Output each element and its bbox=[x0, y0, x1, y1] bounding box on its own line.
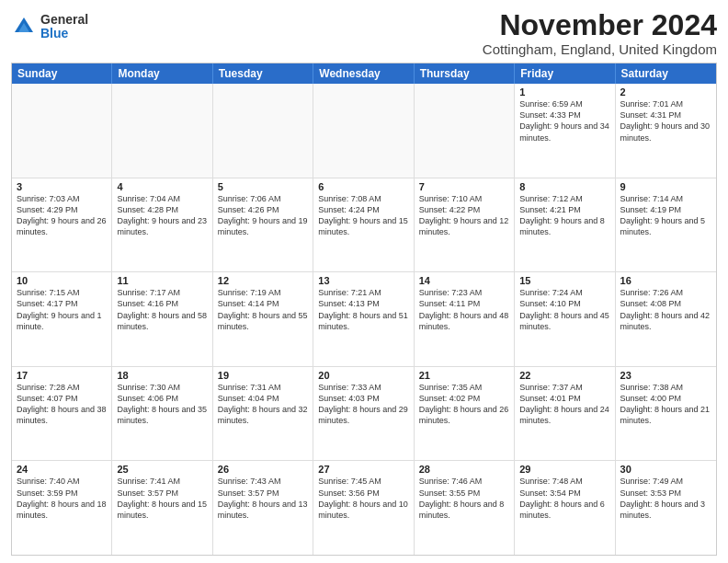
day-number: 7 bbox=[419, 181, 509, 192]
day-info: Sunrise: 7:38 AM Sunset: 4:00 PM Dayligh… bbox=[620, 382, 711, 427]
day-number: 6 bbox=[318, 181, 408, 192]
cal-cell-30: 30Sunrise: 7:49 AM Sunset: 3:53 PM Dayli… bbox=[616, 461, 716, 555]
day-number: 24 bbox=[17, 464, 107, 475]
day-info: Sunrise: 7:15 AM Sunset: 4:17 PM Dayligh… bbox=[17, 287, 107, 332]
day-info: Sunrise: 7:46 AM Sunset: 3:55 PM Dayligh… bbox=[419, 476, 509, 521]
day-info: Sunrise: 7:21 AM Sunset: 4:13 PM Dayligh… bbox=[318, 287, 408, 332]
day-info: Sunrise: 7:41 AM Sunset: 3:57 PM Dayligh… bbox=[117, 476, 207, 521]
day-number: 20 bbox=[318, 370, 408, 381]
day-info: Sunrise: 6:59 AM Sunset: 4:33 PM Dayligh… bbox=[519, 98, 609, 144]
day-info: Sunrise: 7:17 AM Sunset: 4:16 PM Dayligh… bbox=[117, 287, 207, 332]
calendar-body: 1Sunrise: 6:59 AM Sunset: 4:33 PM Daylig… bbox=[12, 84, 716, 555]
cal-cell-29: 29Sunrise: 7:48 AM Sunset: 3:54 PM Dayli… bbox=[515, 461, 615, 555]
day-header-sunday: Sunday bbox=[12, 63, 112, 84]
day-info: Sunrise: 7:23 AM Sunset: 4:11 PM Dayligh… bbox=[419, 287, 509, 332]
month-title: November 2024 bbox=[483, 9, 717, 41]
day-info: Sunrise: 7:01 AM Sunset: 4:31 PM Dayligh… bbox=[620, 98, 711, 144]
cal-cell-16: 16Sunrise: 7:26 AM Sunset: 4:08 PM Dayli… bbox=[616, 272, 716, 366]
day-number: 25 bbox=[117, 464, 207, 475]
day-info: Sunrise: 7:28 AM Sunset: 4:07 PM Dayligh… bbox=[17, 382, 107, 427]
day-info: Sunrise: 7:40 AM Sunset: 3:59 PM Dayligh… bbox=[17, 476, 107, 521]
calendar-row-1: 3Sunrise: 7:03 AM Sunset: 4:29 PM Daylig… bbox=[12, 178, 716, 273]
day-info: Sunrise: 7:19 AM Sunset: 4:14 PM Dayligh… bbox=[218, 287, 308, 332]
day-number: 4 bbox=[117, 181, 207, 192]
cal-cell-22: 22Sunrise: 7:37 AM Sunset: 4:01 PM Dayli… bbox=[515, 367, 615, 461]
day-number: 29 bbox=[519, 464, 609, 475]
day-info: Sunrise: 7:14 AM Sunset: 4:19 PM Dayligh… bbox=[620, 193, 711, 238]
cal-cell-18: 18Sunrise: 7:30 AM Sunset: 4:06 PM Dayli… bbox=[112, 367, 212, 461]
day-number: 27 bbox=[318, 464, 408, 475]
cal-cell-17: 17Sunrise: 7:28 AM Sunset: 4:07 PM Dayli… bbox=[12, 367, 112, 461]
header: General Blue November 2024 Cottingham, E… bbox=[11, 9, 717, 57]
cal-cell-19: 19Sunrise: 7:31 AM Sunset: 4:04 PM Dayli… bbox=[213, 367, 313, 461]
day-number: 23 bbox=[620, 370, 711, 381]
calendar-row-0: 1Sunrise: 6:59 AM Sunset: 4:33 PM Daylig… bbox=[12, 84, 716, 178]
day-number: 8 bbox=[519, 181, 609, 192]
cal-cell-21: 21Sunrise: 7:35 AM Sunset: 4:02 PM Dayli… bbox=[415, 367, 515, 461]
cal-cell-empty-0-3 bbox=[313, 84, 414, 178]
calendar-row-3: 17Sunrise: 7:28 AM Sunset: 4:07 PM Dayli… bbox=[12, 367, 716, 462]
day-number: 19 bbox=[218, 370, 308, 381]
cal-cell-28: 28Sunrise: 7:46 AM Sunset: 3:55 PM Dayli… bbox=[415, 461, 515, 555]
logo-general-text: General bbox=[40, 13, 88, 27]
cal-cell-5: 5Sunrise: 7:06 AM Sunset: 4:26 PM Daylig… bbox=[213, 178, 313, 272]
cal-cell-12: 12Sunrise: 7:19 AM Sunset: 4:14 PM Dayli… bbox=[213, 272, 313, 366]
day-header-friday: Friday bbox=[515, 63, 615, 84]
cal-cell-20: 20Sunrise: 7:33 AM Sunset: 4:03 PM Dayli… bbox=[313, 367, 414, 461]
cal-cell-26: 26Sunrise: 7:43 AM Sunset: 3:57 PM Dayli… bbox=[213, 461, 313, 555]
cal-cell-1: 1Sunrise: 6:59 AM Sunset: 4:33 PM Daylig… bbox=[515, 84, 615, 178]
day-info: Sunrise: 7:12 AM Sunset: 4:21 PM Dayligh… bbox=[519, 193, 609, 238]
cal-cell-empty-0-0 bbox=[12, 84, 112, 178]
cal-cell-23: 23Sunrise: 7:38 AM Sunset: 4:00 PM Dayli… bbox=[616, 367, 716, 461]
page: General Blue November 2024 Cottingham, E… bbox=[0, 0, 728, 563]
cal-cell-2: 2Sunrise: 7:01 AM Sunset: 4:31 PM Daylig… bbox=[616, 84, 716, 178]
day-number: 26 bbox=[218, 464, 308, 475]
day-number: 15 bbox=[519, 275, 609, 286]
day-header-saturday: Saturday bbox=[616, 63, 716, 84]
day-number: 28 bbox=[419, 464, 509, 475]
day-header-tuesday: Tuesday bbox=[213, 63, 313, 84]
day-info: Sunrise: 7:24 AM Sunset: 4:10 PM Dayligh… bbox=[519, 287, 609, 332]
day-number: 22 bbox=[519, 370, 609, 381]
day-number: 16 bbox=[620, 275, 711, 286]
cal-cell-11: 11Sunrise: 7:17 AM Sunset: 4:16 PM Dayli… bbox=[112, 272, 212, 366]
day-info: Sunrise: 7:10 AM Sunset: 4:22 PM Dayligh… bbox=[419, 193, 509, 238]
day-header-wednesday: Wednesday bbox=[313, 63, 414, 84]
day-info: Sunrise: 7:31 AM Sunset: 4:04 PM Dayligh… bbox=[218, 382, 308, 427]
location: Cottingham, England, United Kingdom bbox=[483, 41, 717, 57]
day-info: Sunrise: 7:04 AM Sunset: 4:28 PM Dayligh… bbox=[117, 193, 207, 238]
cal-cell-empty-0-1 bbox=[112, 84, 212, 178]
day-number: 2 bbox=[620, 86, 711, 98]
cal-cell-27: 27Sunrise: 7:45 AM Sunset: 3:56 PM Dayli… bbox=[313, 461, 414, 555]
cal-cell-empty-0-2 bbox=[213, 84, 313, 178]
day-number: 10 bbox=[17, 275, 107, 286]
day-number: 21 bbox=[419, 370, 509, 381]
day-header-monday: Monday bbox=[112, 63, 212, 84]
day-info: Sunrise: 7:30 AM Sunset: 4:06 PM Dayligh… bbox=[117, 382, 207, 427]
cal-cell-15: 15Sunrise: 7:24 AM Sunset: 4:10 PM Dayli… bbox=[515, 272, 615, 366]
day-info: Sunrise: 7:43 AM Sunset: 3:57 PM Dayligh… bbox=[218, 476, 308, 521]
day-number: 17 bbox=[17, 370, 107, 381]
day-number: 12 bbox=[218, 275, 308, 286]
day-info: Sunrise: 7:45 AM Sunset: 3:56 PM Dayligh… bbox=[318, 476, 408, 521]
day-number: 13 bbox=[318, 275, 408, 286]
day-info: Sunrise: 7:35 AM Sunset: 4:02 PM Dayligh… bbox=[419, 382, 509, 427]
day-number: 1 bbox=[519, 86, 609, 98]
logo-blue-text: Blue bbox=[40, 27, 88, 40]
day-number: 30 bbox=[620, 464, 711, 475]
day-number: 9 bbox=[620, 181, 711, 192]
logo: General Blue bbox=[11, 13, 88, 41]
cal-cell-24: 24Sunrise: 7:40 AM Sunset: 3:59 PM Dayli… bbox=[12, 461, 112, 555]
calendar-row-4: 24Sunrise: 7:40 AM Sunset: 3:59 PM Dayli… bbox=[12, 461, 716, 555]
title-block: November 2024 Cottingham, England, Unite… bbox=[483, 9, 717, 57]
calendar-header: SundayMondayTuesdayWednesdayThursdayFrid… bbox=[12, 63, 716, 84]
logo-icon bbox=[11, 14, 37, 40]
calendar-row-2: 10Sunrise: 7:15 AM Sunset: 4:17 PM Dayli… bbox=[12, 272, 716, 367]
cal-cell-4: 4Sunrise: 7:04 AM Sunset: 4:28 PM Daylig… bbox=[112, 178, 212, 272]
calendar: SundayMondayTuesdayWednesdayThursdayFrid… bbox=[11, 63, 717, 556]
day-info: Sunrise: 7:48 AM Sunset: 3:54 PM Dayligh… bbox=[519, 476, 609, 521]
day-number: 18 bbox=[117, 370, 207, 381]
cal-cell-empty-0-4 bbox=[415, 84, 515, 178]
day-info: Sunrise: 7:06 AM Sunset: 4:26 PM Dayligh… bbox=[218, 193, 308, 238]
logo-text: General Blue bbox=[40, 13, 88, 41]
